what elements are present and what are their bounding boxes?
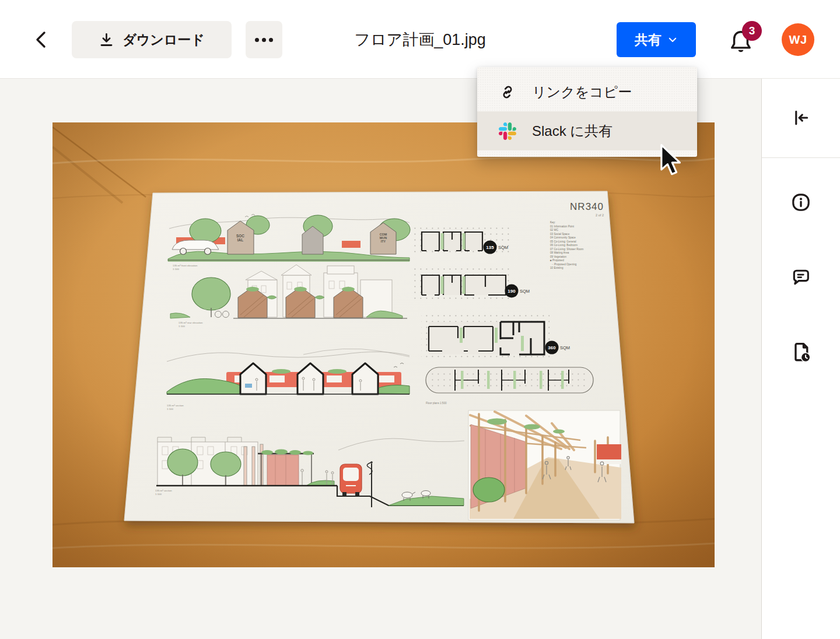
collapse-panel-button[interactable] <box>785 101 817 134</box>
floor-plans-caption: Floor plans 1:500 <box>426 402 447 405</box>
slack-icon <box>498 122 517 141</box>
file-version-icon <box>790 340 812 363</box>
notification-count-badge: 3 <box>742 21 762 41</box>
more-options-button[interactable] <box>246 21 282 58</box>
key-item: 03 Social Space <box>550 233 570 236</box>
oval-floor-plan <box>426 367 593 393</box>
notifications-button[interactable]: 3 <box>727 23 761 57</box>
key-item: 06 Co-Living: Bedroom <box>550 244 578 247</box>
key-item: 10 Existing <box>550 266 564 269</box>
key-heading: Key: <box>550 221 555 224</box>
sidebar-collapse-section <box>762 78 840 158</box>
file-title: フロア計画_01.jpg <box>354 29 485 50</box>
download-label: ダウンロード <box>123 31 205 49</box>
back-button[interactable] <box>29 28 52 51</box>
download-icon <box>99 32 114 48</box>
collapse-panel-icon <box>791 108 811 128</box>
area-unit: SQM <box>498 245 508 250</box>
caption-section-2: 135 m² section <box>155 489 172 492</box>
key-item: 02 WC <box>550 229 559 231</box>
chevron-down-icon <box>667 34 678 45</box>
menu-item-copy-link[interactable]: リンクをコピー <box>477 72 697 111</box>
caption-section-1: 135 m² section <box>167 404 184 407</box>
building-label-community: ITY <box>381 240 386 243</box>
area-unit: SQM <box>520 289 530 294</box>
sheet-title: NR340 <box>570 201 604 212</box>
menu-item-share-to-slack[interactable]: Slack に共有 <box>477 111 697 150</box>
perspective-render <box>468 410 621 520</box>
download-button[interactable]: ダウンロード <box>72 21 232 58</box>
file-preview-area: NR340 2 of 2 Key: 01 Information Point 0… <box>0 78 761 639</box>
caption-scale: 1:100 <box>173 268 180 271</box>
link-icon <box>498 83 517 101</box>
share-dropdown-menu: リンクをコピー Slack に共有 <box>477 67 697 157</box>
info-icon <box>790 192 811 213</box>
building-label-social: SOC <box>236 234 244 238</box>
area-unit: SQM <box>560 345 570 350</box>
key-item: 04 Community Space <box>550 236 576 239</box>
drawing-sheet: NR340 2 of 2 Key: 01 Information Point 0… <box>124 191 634 523</box>
caption-rear-elevation: 135 m² rear elevation <box>178 321 203 324</box>
key-item: 05 Co-Living: General <box>550 240 576 243</box>
avatar-initials: WJ <box>789 33 807 47</box>
area-value: 135 <box>486 245 494 250</box>
key-item: 07 Co-Living: Shower Room <box>550 248 584 251</box>
building-label-social: IAL <box>237 238 243 242</box>
key-item: 09 Vegetation <box>550 255 567 258</box>
area-value: 190 <box>508 289 516 294</box>
caption-scale: 1:100 <box>167 408 174 410</box>
comments-panel-button[interactable] <box>785 261 817 293</box>
share-button[interactable]: 共有 <box>617 22 696 57</box>
sheet-page-number: 2 of 2 <box>596 213 604 217</box>
key-item: 08 Waiting Area <box>550 251 569 254</box>
floor-plan-photo: NR340 2 of 2 Key: 01 Information Point 0… <box>52 122 715 567</box>
info-panel-button[interactable] <box>785 186 817 219</box>
more-options-icon <box>255 38 259 42</box>
caption-scale: 1:100 <box>178 325 186 328</box>
toolbar: ダウンロード フロア計画_01.jpg 共有 3 WJ <box>0 0 840 79</box>
chevron-left-icon <box>33 30 48 50</box>
share-label: 共有 <box>635 31 662 49</box>
key-item: ■ Proposed <box>550 259 564 262</box>
right-sidebar <box>761 78 840 639</box>
area-value: 360 <box>548 345 556 350</box>
menu-item-label: Slack に共有 <box>532 122 612 141</box>
caption-front-elevation: 135 m² front elevation <box>173 264 198 267</box>
caption-scale: 1:100 <box>155 493 162 496</box>
avatar[interactable]: WJ <box>782 23 814 56</box>
menu-item-label: リンクをコピー <box>532 83 632 101</box>
key-item: ┄ Proposed Opening <box>552 263 577 266</box>
comment-icon <box>790 266 811 287</box>
version-history-button[interactable] <box>785 335 817 368</box>
key-item: 01 Information Point <box>550 225 575 228</box>
